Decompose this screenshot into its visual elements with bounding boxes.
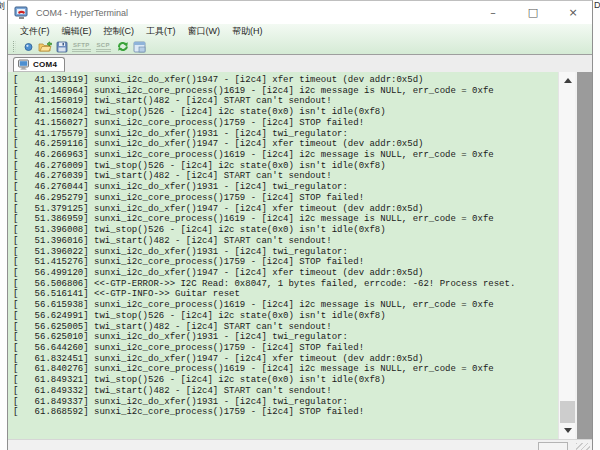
client-area: [ 41.139119] sunxi_i2c_do_xfer()1947 - […: [8, 72, 592, 439]
quick-connect-button[interactable]: [21, 40, 35, 54]
terminal-area[interactable]: [ 41.139119] sunxi_i2c_do_xfer()1947 - […: [8, 72, 558, 439]
save-icon: [56, 41, 68, 53]
window-icon: [133, 41, 146, 53]
terminal-output: [ 41.139119] sunxi_i2c_do_xfer()1947 - […: [8, 72, 558, 418]
new-window-button[interactable]: [133, 40, 147, 54]
menu-item-edit[interactable]: 编辑(E): [56, 25, 98, 38]
open-folder-button[interactable]: [38, 40, 52, 54]
toolbar-grip[interactable]: [13, 41, 16, 52]
scroll-up-button[interactable]: [559, 74, 576, 87]
screen: 浏 D COM4 - HyperTerminal – □ ×: [0, 0, 600, 450]
app-icon: [14, 6, 29, 20]
close-button[interactable]: ×: [558, 3, 588, 23]
menu-item-window[interactable]: 窗口(W): [182, 25, 227, 38]
maximize-button[interactable]: □: [518, 3, 548, 23]
status-bar: [8, 439, 592, 450]
background-window-edge-right: D: [593, 0, 600, 450]
background-window-edge-left: 浏: [0, 0, 7, 450]
menu-item-help[interactable]: 帮助(H): [226, 25, 269, 38]
menu-item-tools[interactable]: 工具(T): [140, 25, 182, 38]
toolbar: SFTP SCP: [8, 39, 592, 54]
edge-text-fragment: D: [594, 0, 600, 10]
menu-item-control[interactable]: 控制(C): [98, 25, 141, 38]
scroll-thumb[interactable]: [560, 401, 575, 423]
save-button[interactable]: [55, 40, 69, 54]
menubar: 文件(F) 编辑(E) 控制(C) 工具(T) 窗口(W) 帮助(H): [8, 24, 592, 39]
scroll-down-button[interactable]: [559, 424, 576, 437]
open-folder-icon: [38, 41, 52, 53]
refresh-icon: [117, 41, 129, 52]
window-title: COM4 - HyperTerminal: [36, 8, 468, 18]
side-panel-strip: [575, 72, 592, 439]
app-window: COM4 - HyperTerminal – □ × 文件(F) 编辑(E) 控…: [7, 0, 593, 450]
minimize-button[interactable]: –: [478, 3, 508, 23]
menu-item-file[interactable]: 文件(F): [14, 25, 56, 38]
tab-bar: COM4: [8, 55, 592, 72]
titlebar[interactable]: COM4 - HyperTerminal – □ ×: [8, 1, 592, 24]
menu-toolbar-area: 文件(F) 编辑(E) 控制(C) 工具(T) 窗口(W) 帮助(H): [8, 24, 592, 55]
resize-grip[interactable]: [576, 443, 590, 450]
tab-com4[interactable]: COM4: [13, 57, 65, 72]
monitor-icon: [18, 59, 29, 70]
refresh-button[interactable]: [116, 40, 130, 54]
window-controls: – □ ×: [468, 3, 588, 23]
scroll-up-arrow-icon: [564, 78, 572, 83]
scroll-down-arrow-icon: [564, 428, 572, 433]
scrollbar[interactable]: [558, 72, 575, 439]
sftp-button[interactable]: SFTP: [72, 42, 91, 52]
edge-text-fragment: 浏: [0, 0, 5, 13]
status-panel: [538, 442, 568, 450]
tab-label: COM4: [33, 60, 57, 69]
scp-button[interactable]: SCP: [96, 42, 111, 52]
connect-ball-icon: [24, 42, 33, 51]
